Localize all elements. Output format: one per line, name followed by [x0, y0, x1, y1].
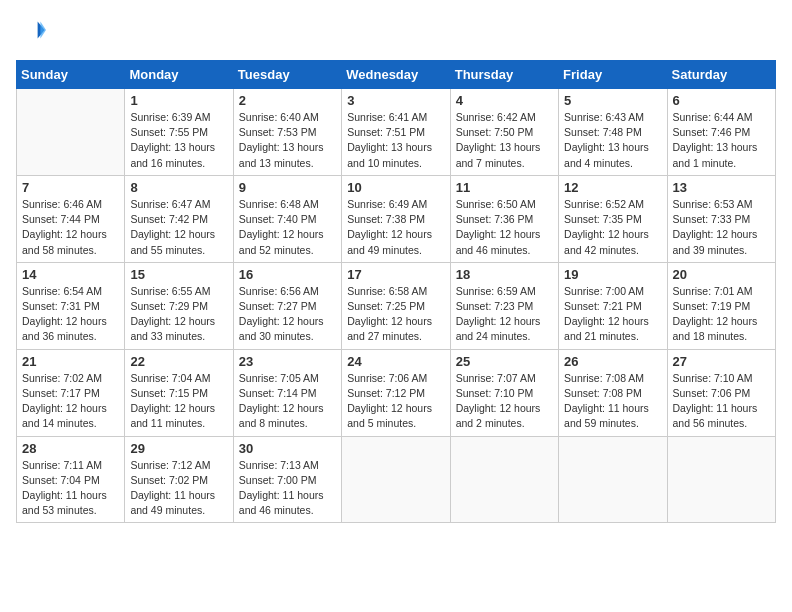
day-number: 2	[239, 93, 336, 108]
day-info: Sunrise: 7:06 AM Sunset: 7:12 PM Dayligh…	[347, 371, 444, 432]
calendar-cell	[450, 436, 558, 523]
col-header-thursday: Thursday	[450, 61, 558, 89]
day-info: Sunrise: 6:52 AM Sunset: 7:35 PM Dayligh…	[564, 197, 661, 258]
day-number: 3	[347, 93, 444, 108]
col-header-wednesday: Wednesday	[342, 61, 450, 89]
calendar-cell: 15Sunrise: 6:55 AM Sunset: 7:29 PM Dayli…	[125, 262, 233, 349]
day-number: 25	[456, 354, 553, 369]
calendar-cell: 29Sunrise: 7:12 AM Sunset: 7:02 PM Dayli…	[125, 436, 233, 523]
day-info: Sunrise: 7:10 AM Sunset: 7:06 PM Dayligh…	[673, 371, 770, 432]
day-number: 29	[130, 441, 227, 456]
day-info: Sunrise: 7:05 AM Sunset: 7:14 PM Dayligh…	[239, 371, 336, 432]
calendar-cell: 14Sunrise: 6:54 AM Sunset: 7:31 PM Dayli…	[17, 262, 125, 349]
calendar-cell: 21Sunrise: 7:02 AM Sunset: 7:17 PM Dayli…	[17, 349, 125, 436]
day-info: Sunrise: 6:43 AM Sunset: 7:48 PM Dayligh…	[564, 110, 661, 171]
calendar-cell: 4Sunrise: 6:42 AM Sunset: 7:50 PM Daylig…	[450, 89, 558, 176]
calendar-cell: 27Sunrise: 7:10 AM Sunset: 7:06 PM Dayli…	[667, 349, 775, 436]
day-info: Sunrise: 6:40 AM Sunset: 7:53 PM Dayligh…	[239, 110, 336, 171]
calendar-cell: 6Sunrise: 6:44 AM Sunset: 7:46 PM Daylig…	[667, 89, 775, 176]
calendar-cell	[559, 436, 667, 523]
calendar-cell: 23Sunrise: 7:05 AM Sunset: 7:14 PM Dayli…	[233, 349, 341, 436]
day-number: 17	[347, 267, 444, 282]
day-number: 10	[347, 180, 444, 195]
day-number: 16	[239, 267, 336, 282]
logo-icon	[18, 16, 46, 44]
day-info: Sunrise: 6:48 AM Sunset: 7:40 PM Dayligh…	[239, 197, 336, 258]
day-info: Sunrise: 6:59 AM Sunset: 7:23 PM Dayligh…	[456, 284, 553, 345]
day-number: 20	[673, 267, 770, 282]
day-number: 4	[456, 93, 553, 108]
day-number: 23	[239, 354, 336, 369]
calendar-cell: 26Sunrise: 7:08 AM Sunset: 7:08 PM Dayli…	[559, 349, 667, 436]
day-number: 18	[456, 267, 553, 282]
logo	[16, 16, 46, 48]
day-info: Sunrise: 6:44 AM Sunset: 7:46 PM Dayligh…	[673, 110, 770, 171]
col-header-monday: Monday	[125, 61, 233, 89]
day-info: Sunrise: 6:50 AM Sunset: 7:36 PM Dayligh…	[456, 197, 553, 258]
day-number: 15	[130, 267, 227, 282]
day-number: 9	[239, 180, 336, 195]
calendar-cell: 16Sunrise: 6:56 AM Sunset: 7:27 PM Dayli…	[233, 262, 341, 349]
day-number: 1	[130, 93, 227, 108]
calendar-cell: 22Sunrise: 7:04 AM Sunset: 7:15 PM Dayli…	[125, 349, 233, 436]
day-info: Sunrise: 7:07 AM Sunset: 7:10 PM Dayligh…	[456, 371, 553, 432]
calendar-cell: 2Sunrise: 6:40 AM Sunset: 7:53 PM Daylig…	[233, 89, 341, 176]
svg-marker-1	[40, 22, 46, 39]
day-info: Sunrise: 6:42 AM Sunset: 7:50 PM Dayligh…	[456, 110, 553, 171]
calendar-cell: 3Sunrise: 6:41 AM Sunset: 7:51 PM Daylig…	[342, 89, 450, 176]
calendar-cell: 18Sunrise: 6:59 AM Sunset: 7:23 PM Dayli…	[450, 262, 558, 349]
calendar-table: SundayMondayTuesdayWednesdayThursdayFrid…	[16, 60, 776, 523]
day-number: 21	[22, 354, 119, 369]
day-info: Sunrise: 6:39 AM Sunset: 7:55 PM Dayligh…	[130, 110, 227, 171]
calendar-cell: 13Sunrise: 6:53 AM Sunset: 7:33 PM Dayli…	[667, 175, 775, 262]
calendar-cell: 20Sunrise: 7:01 AM Sunset: 7:19 PM Dayli…	[667, 262, 775, 349]
day-info: Sunrise: 6:56 AM Sunset: 7:27 PM Dayligh…	[239, 284, 336, 345]
calendar-cell: 1Sunrise: 6:39 AM Sunset: 7:55 PM Daylig…	[125, 89, 233, 176]
day-info: Sunrise: 6:54 AM Sunset: 7:31 PM Dayligh…	[22, 284, 119, 345]
calendar-cell: 8Sunrise: 6:47 AM Sunset: 7:42 PM Daylig…	[125, 175, 233, 262]
calendar-cell: 28Sunrise: 7:11 AM Sunset: 7:04 PM Dayli…	[17, 436, 125, 523]
day-info: Sunrise: 6:49 AM Sunset: 7:38 PM Dayligh…	[347, 197, 444, 258]
day-number: 14	[22, 267, 119, 282]
day-info: Sunrise: 6:46 AM Sunset: 7:44 PM Dayligh…	[22, 197, 119, 258]
calendar-cell: 19Sunrise: 7:00 AM Sunset: 7:21 PM Dayli…	[559, 262, 667, 349]
calendar-cell: 7Sunrise: 6:46 AM Sunset: 7:44 PM Daylig…	[17, 175, 125, 262]
col-header-saturday: Saturday	[667, 61, 775, 89]
day-info: Sunrise: 7:00 AM Sunset: 7:21 PM Dayligh…	[564, 284, 661, 345]
calendar-cell	[667, 436, 775, 523]
calendar-cell	[17, 89, 125, 176]
day-number: 22	[130, 354, 227, 369]
day-info: Sunrise: 6:58 AM Sunset: 7:25 PM Dayligh…	[347, 284, 444, 345]
day-number: 5	[564, 93, 661, 108]
calendar-cell: 25Sunrise: 7:07 AM Sunset: 7:10 PM Dayli…	[450, 349, 558, 436]
day-info: Sunrise: 7:13 AM Sunset: 7:00 PM Dayligh…	[239, 458, 336, 519]
calendar-cell: 30Sunrise: 7:13 AM Sunset: 7:00 PM Dayli…	[233, 436, 341, 523]
calendar-cell: 11Sunrise: 6:50 AM Sunset: 7:36 PM Dayli…	[450, 175, 558, 262]
col-header-friday: Friday	[559, 61, 667, 89]
day-info: Sunrise: 6:41 AM Sunset: 7:51 PM Dayligh…	[347, 110, 444, 171]
day-info: Sunrise: 7:01 AM Sunset: 7:19 PM Dayligh…	[673, 284, 770, 345]
day-info: Sunrise: 7:12 AM Sunset: 7:02 PM Dayligh…	[130, 458, 227, 519]
day-info: Sunrise: 7:02 AM Sunset: 7:17 PM Dayligh…	[22, 371, 119, 432]
day-number: 30	[239, 441, 336, 456]
calendar-cell: 12Sunrise: 6:52 AM Sunset: 7:35 PM Dayli…	[559, 175, 667, 262]
day-number: 24	[347, 354, 444, 369]
day-number: 12	[564, 180, 661, 195]
day-info: Sunrise: 7:08 AM Sunset: 7:08 PM Dayligh…	[564, 371, 661, 432]
day-number: 8	[130, 180, 227, 195]
calendar-cell: 24Sunrise: 7:06 AM Sunset: 7:12 PM Dayli…	[342, 349, 450, 436]
day-number: 27	[673, 354, 770, 369]
calendar-cell	[342, 436, 450, 523]
day-number: 28	[22, 441, 119, 456]
calendar-cell: 10Sunrise: 6:49 AM Sunset: 7:38 PM Dayli…	[342, 175, 450, 262]
day-info: Sunrise: 6:47 AM Sunset: 7:42 PM Dayligh…	[130, 197, 227, 258]
day-info: Sunrise: 6:55 AM Sunset: 7:29 PM Dayligh…	[130, 284, 227, 345]
calendar-cell: 5Sunrise: 6:43 AM Sunset: 7:48 PM Daylig…	[559, 89, 667, 176]
day-number: 19	[564, 267, 661, 282]
day-info: Sunrise: 6:53 AM Sunset: 7:33 PM Dayligh…	[673, 197, 770, 258]
col-header-sunday: Sunday	[17, 61, 125, 89]
day-number: 11	[456, 180, 553, 195]
day-info: Sunrise: 7:04 AM Sunset: 7:15 PM Dayligh…	[130, 371, 227, 432]
col-header-tuesday: Tuesday	[233, 61, 341, 89]
calendar-cell: 17Sunrise: 6:58 AM Sunset: 7:25 PM Dayli…	[342, 262, 450, 349]
